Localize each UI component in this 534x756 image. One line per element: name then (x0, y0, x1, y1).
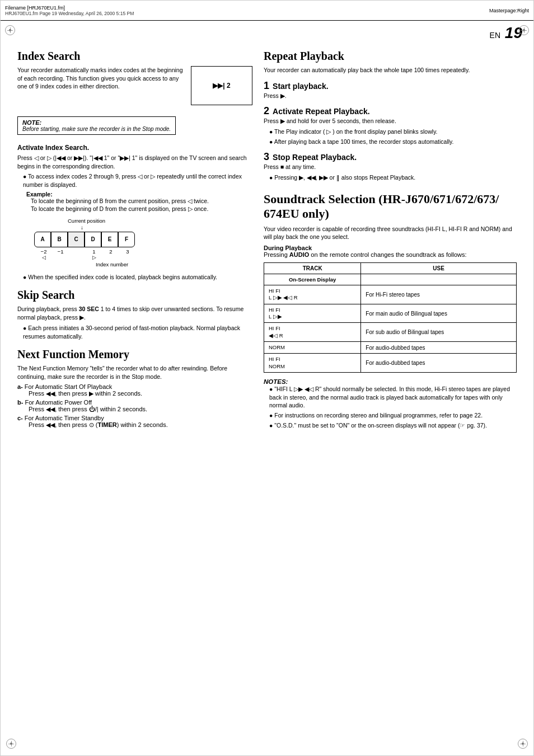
fileinfo-label: HRJ670EU1.fm Page 19 Wednesday, April 26… (5, 11, 134, 16)
table-sub-header-row: On-Screen Display (264, 274, 517, 285)
index-bullet2: When the specified index code is located… (23, 273, 252, 281)
table-row-5: HI FINORM For audio-dubbed tapes (264, 354, 517, 373)
masterpage-label: Masterpage:Right (489, 8, 529, 13)
diagram-arrows: ◁ ▷ (35, 255, 136, 260)
step2-bullet2: After playing back a tape 100 times, the… (269, 138, 517, 146)
next-function-section: Next Function Memory The Next Function M… (17, 348, 252, 428)
example1: To locate the beginning of B from the cu… (31, 198, 252, 204)
arrow-left: ◁ (35, 255, 52, 260)
use-cell-2: For main audio of Bilingual tapes (361, 304, 517, 323)
activate-index-title: Activate Index Search. (17, 144, 252, 152)
during-playback-area: During Playback Pressing AUDIO on the re… (264, 245, 517, 258)
next-b-text: For Automatic Power Off (25, 399, 92, 406)
repeat-playback-title: Repeat Playback (264, 50, 517, 63)
use-cell-3: For sub audio of Bilingual tapes (361, 323, 517, 342)
num-m2: −2 (35, 248, 52, 255)
next-a-press: Press ◀◀, then press ▶ within 2 seconds. (29, 390, 142, 397)
header-left: Filename [HRJ670EU1.fm] HRJ670EU1.fm Pag… (5, 5, 134, 16)
step3-num: 3 (264, 151, 269, 162)
main-content: Index Search ▶▶| 2 Your recorder automat… (1, 42, 533, 431)
diagram-numbers: −2 −1 1 2 3 (35, 248, 136, 255)
arrow-blank4 (119, 255, 136, 260)
table-row-4: NORM For audio-dubbed tapes (264, 342, 517, 354)
step1: 1 Start playback. Press ▶. (264, 80, 517, 100)
next-function-title: Next Function Memory (17, 348, 252, 361)
track-cell-2: HI FIL ▷▶ (264, 304, 361, 323)
step2-title-area: 2 Activate Repeat Playback. (264, 105, 517, 117)
num-2: 2 (102, 248, 119, 255)
step1-num: 1 (264, 80, 269, 91)
step2: 2 Activate Repeat Playback. Press ▶ and … (264, 105, 517, 145)
right-column: Repeat Playback Your recorder can automa… (264, 42, 517, 431)
next-b-label: b- (17, 399, 23, 406)
soundtrack-title: Soundtrack Selection (HR-J670/671/672/67… (264, 192, 517, 222)
index-search-title: Index Search (17, 50, 252, 63)
box-f: F (118, 232, 135, 247)
next-a-label: a- (17, 383, 23, 390)
num-3: 3 (119, 248, 136, 255)
next-a-text: For Automatic Start Of Playback (25, 383, 113, 390)
next-c: c- For Automatic Timer Standby Press ◀◀,… (17, 415, 252, 429)
box-d: D (85, 232, 101, 247)
skip-search-text: During playback, press 30 SEC 1 to 4 tim… (17, 305, 252, 321)
track-cell-4: NORM (264, 342, 361, 354)
note-label: NOTE: (22, 119, 171, 126)
index-image-content: ▶▶| 2 (213, 82, 230, 90)
index-diagram: Current position ↓ A B C D E F −2 −1 (34, 218, 252, 267)
corner-mark-tl (5, 25, 15, 35)
table-row-3: HI FI◀◁ R For sub audio of Bilingual tap… (264, 323, 517, 342)
track-cell-5: HI FINORM (264, 354, 361, 373)
box-c: C (68, 232, 85, 247)
during-playback-text: Pressing AUDIO on the remote control cha… (264, 251, 467, 258)
skip-search-title: Skip Search (17, 289, 252, 302)
next-function-items: a- For Automatic Start Of Playback Press… (17, 383, 252, 429)
step3-title: Stop Repeat Playback. (273, 153, 357, 162)
corner-mark-bl (6, 739, 16, 749)
activate-index-text: Press ◁ or ▷ (|◀◀ or ▶▶|). "|◀◀ 1" or "▶… (17, 154, 252, 170)
next-c-label: c- (17, 415, 23, 421)
note-area: NOTE: Before starting, make sure the rec… (17, 112, 252, 139)
step3: 3 Stop Repeat Playback. Press ■ at any t… (264, 151, 517, 181)
diagram-label-top: Current position (68, 218, 105, 224)
soundtrack-intro: Your video recorder is capable of record… (264, 225, 517, 241)
index-search-intro-area: ▶▶| 2 Your recorder automatically marks … (17, 66, 252, 109)
diagram-boxes: A B C D E F (34, 232, 135, 247)
box-a: A (34, 232, 51, 247)
track-cell-3: HI FI◀◁ R (264, 323, 361, 342)
arrow-right: ▷ (86, 255, 102, 260)
next-function-intro: The Next Function Memory "tells" the rec… (17, 364, 252, 381)
use-subheader (361, 274, 517, 285)
skip-search-bullet: Each press initiates a 30-second period … (23, 324, 252, 340)
note-box: NOTE: Before starting, make sure the rec… (17, 116, 176, 135)
use-cell-1: For Hi-Fi stereo tapes (361, 285, 517, 304)
num-0 (69, 248, 86, 255)
note-text: Before starting, make sure the recorder … (22, 126, 171, 132)
num-m1: −1 (52, 248, 69, 255)
box-e: E (101, 232, 118, 247)
note-item-2: For instructions on recording stereo and… (269, 411, 517, 420)
soundtrack-section: Soundtrack Selection (HR-J670/671/672/67… (264, 192, 517, 430)
next-c-text: For Automatic Timer Standby (25, 415, 104, 421)
on-screen-display-header: On-Screen Display (264, 274, 361, 285)
repeat-playback-section: Repeat Playback Your recorder can automa… (264, 50, 517, 182)
arrow-blank2 (69, 255, 86, 260)
index-number-label: Index number (96, 261, 128, 267)
index-search-section: Index Search ▶▶| 2 Your recorder automat… (17, 50, 252, 281)
next-b-press: Press ◀◀, then press ⏻/| within 2 second… (29, 406, 147, 412)
filename-label: Filename [HRJ670EU1.fm] (5, 5, 134, 11)
step2-bullet1: The Play indicator ( ▷ ) on the front di… (269, 128, 517, 136)
table-body: HI FIL ▷▶ ◀◁ R For Hi-Fi stereo tapes HI… (264, 285, 517, 372)
next-c-press: Press ◀◀, then press ⊙ (TIMER) within 2 … (29, 421, 168, 428)
page-number-en: EN (490, 31, 500, 40)
corner-mark-tr (519, 25, 529, 35)
step2-title: Activate Repeat Playback. (273, 107, 370, 116)
col1-header: TRACK (264, 262, 361, 274)
step1-title: Start playback. (273, 82, 329, 91)
notes-section: NOTES: "HIFI L ▷▶ ◀◁ R" should normally … (264, 378, 517, 429)
track-table: TRACK USE On-Screen Display HI FIL ▷▶ ◀◁… (264, 262, 517, 373)
next-a: a- For Automatic Start Of Playback Press… (17, 383, 252, 397)
note-item-3: "O.S.D." must be set to "ON" or the on-s… (269, 421, 517, 430)
page-number-area: EN 19 (1, 21, 533, 42)
col2-header: USE (361, 262, 517, 274)
num-1: 1 (86, 248, 102, 255)
